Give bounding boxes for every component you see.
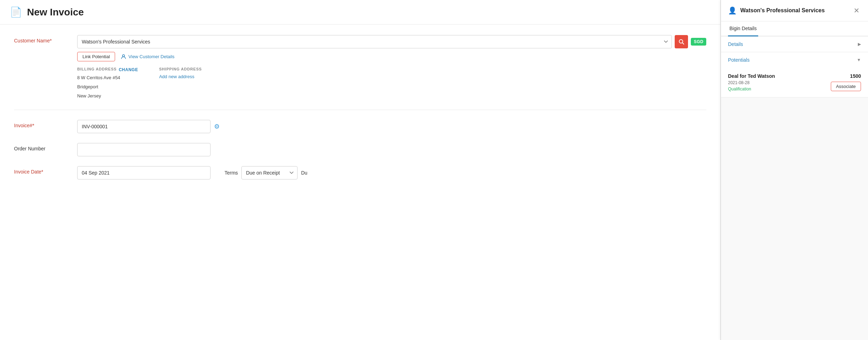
potentials-section-title: Potentials xyxy=(728,57,749,63)
details-section-title: Details xyxy=(728,41,743,47)
view-customer-label: View Customer Details xyxy=(128,54,174,59)
form-divider xyxy=(14,110,706,110)
invoice-icon: 📄 xyxy=(10,6,22,18)
due-label: Du xyxy=(301,170,307,176)
deal-name: Deal for Ted Watson xyxy=(728,73,827,79)
deal-date: 2021-08-28 xyxy=(728,80,827,85)
potentials-section: Potentials ▼ Deal for Ted Watson 2021-08… xyxy=(721,52,868,97)
svg-line-1 xyxy=(682,43,684,44)
invoice-date-input[interactable] xyxy=(77,166,211,179)
form-content: Customer Name* Watson's Professional Ser… xyxy=(0,25,720,340)
details-section: Details ▶ xyxy=(721,36,868,52)
billing-address-label: BILLING ADDRESS xyxy=(77,67,116,71)
billing-address-header: BILLING ADDRESS CHANGE xyxy=(77,67,138,73)
invoice-number-row: Invoice#* ⚙ xyxy=(14,120,706,133)
terms-select[interactable]: Due on Receipt xyxy=(241,166,298,179)
panel-title-area: 👤 Watson's Professional Services xyxy=(728,6,825,15)
billing-address-line1: 8 W Cerritos Ave #54 xyxy=(77,74,138,82)
invoice-date-controls: Terms Due on Receipt Du xyxy=(77,166,706,179)
order-number-input[interactable] xyxy=(77,143,211,156)
panel-user-icon: 👤 xyxy=(728,6,737,15)
billing-address-block: BILLING ADDRESS CHANGE 8 W Cerritos Ave … xyxy=(77,67,138,100)
shipping-address-label: SHIPPING ADDRESS xyxy=(159,67,202,71)
link-potential-button[interactable]: Link Potential xyxy=(77,52,115,61)
invoice-date-row: Invoice Date* Terms Due on Receipt Du xyxy=(14,166,706,179)
potentials-section-header[interactable]: Potentials ▼ xyxy=(721,52,868,68)
deal-status: Qualification xyxy=(728,87,827,91)
customer-input-row: Watson's Professional Services SGD xyxy=(77,35,706,48)
page-header: 📄 New Invoice xyxy=(0,0,720,25)
panel-tabs: Bigin Details xyxy=(721,21,868,36)
page-title: New Invoice xyxy=(27,7,84,18)
deal-row: Deal for Ted Watson 2021-08-28 Qualifica… xyxy=(721,68,868,97)
deal-amount: 1500 xyxy=(850,73,861,79)
tab-bigin-details[interactable]: Bigin Details xyxy=(728,21,758,36)
potentials-arrow-icon: ▼ xyxy=(857,57,861,62)
customer-name-label: Customer Name* xyxy=(14,35,70,43)
address-section: BILLING ADDRESS CHANGE 8 W Cerritos Ave … xyxy=(77,67,706,100)
deal-info: Deal for Ted Watson 2021-08-28 Qualifica… xyxy=(728,73,827,91)
billing-address-line3: New Jersey xyxy=(77,92,138,100)
invoice-number-input[interactable] xyxy=(77,120,211,133)
view-customer-link[interactable]: View Customer Details xyxy=(121,54,174,59)
details-arrow-icon: ▶ xyxy=(858,42,861,47)
deal-right: 1500 Associate xyxy=(831,73,861,91)
order-number-controls xyxy=(77,143,706,156)
associate-button[interactable]: Associate xyxy=(831,82,861,91)
svg-point-2 xyxy=(122,55,125,57)
customer-controls: Watson's Professional Services SGD Link … xyxy=(77,35,706,100)
terms-label: Terms xyxy=(225,170,238,176)
right-panel: 👤 Watson's Professional Services ✕ Bigin… xyxy=(721,0,868,340)
gear-icon[interactable]: ⚙ xyxy=(214,123,220,130)
invoice-number-controls: ⚙ xyxy=(77,120,706,133)
customer-search-button[interactable] xyxy=(675,35,688,48)
invoice-date-label: Invoice Date* xyxy=(14,166,70,175)
invoice-input-row: ⚙ xyxy=(77,120,706,133)
panel-body: Details ▶ Potentials ▼ Deal for Ted Wats… xyxy=(721,36,868,340)
action-links-row: Link Potential View Customer Details xyxy=(77,52,706,61)
billing-address-line2: Bridgeport xyxy=(77,83,138,91)
terms-group: Terms Due on Receipt Du xyxy=(225,166,307,179)
order-number-label: Order Number xyxy=(14,143,70,151)
panel-header: 👤 Watson's Professional Services ✕ xyxy=(721,0,868,21)
customer-name-row: Customer Name* Watson's Professional Ser… xyxy=(14,35,706,100)
person-icon xyxy=(121,54,126,59)
search-icon xyxy=(679,39,684,45)
add-address-link[interactable]: Add new address xyxy=(159,74,202,79)
invoice-number-label: Invoice#* xyxy=(14,120,70,128)
main-form-area: 📄 New Invoice Customer Name* Watson's Pr… xyxy=(0,0,721,340)
change-link[interactable]: CHANGE xyxy=(119,67,138,72)
customer-name-select[interactable]: Watson's Professional Services xyxy=(77,35,672,48)
order-number-row: Order Number xyxy=(14,143,706,156)
date-terms-row: Terms Due on Receipt Du xyxy=(77,166,706,179)
shipping-address-block: SHIPPING ADDRESS Add new address xyxy=(159,67,202,100)
sgd-badge: SGD xyxy=(691,38,706,46)
panel-title: Watson's Professional Services xyxy=(740,7,825,14)
details-section-header[interactable]: Details ▶ xyxy=(721,36,868,52)
panel-close-button[interactable]: ✕ xyxy=(852,6,861,15)
